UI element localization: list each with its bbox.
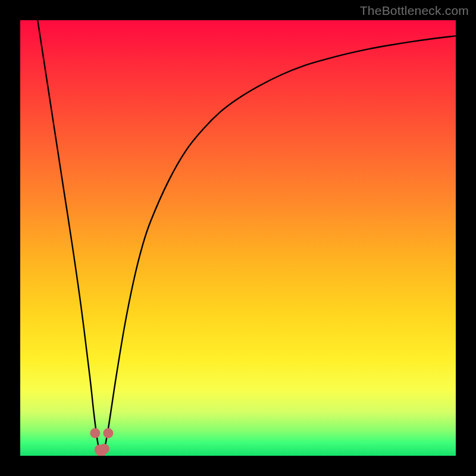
curve-path — [37, 20, 456, 453]
plot-area — [20, 20, 456, 456]
minimum-marker — [90, 428, 100, 438]
bottleneck-curve — [20, 20, 456, 456]
curve-minimum-markers — [90, 428, 113, 456]
watermark-text: TheBottleneck.com — [360, 4, 469, 18]
minimum-marker — [103, 428, 113, 438]
minimum-marker — [99, 444, 109, 454]
chart-frame: TheBottleneck.com — [0, 0, 476, 476]
